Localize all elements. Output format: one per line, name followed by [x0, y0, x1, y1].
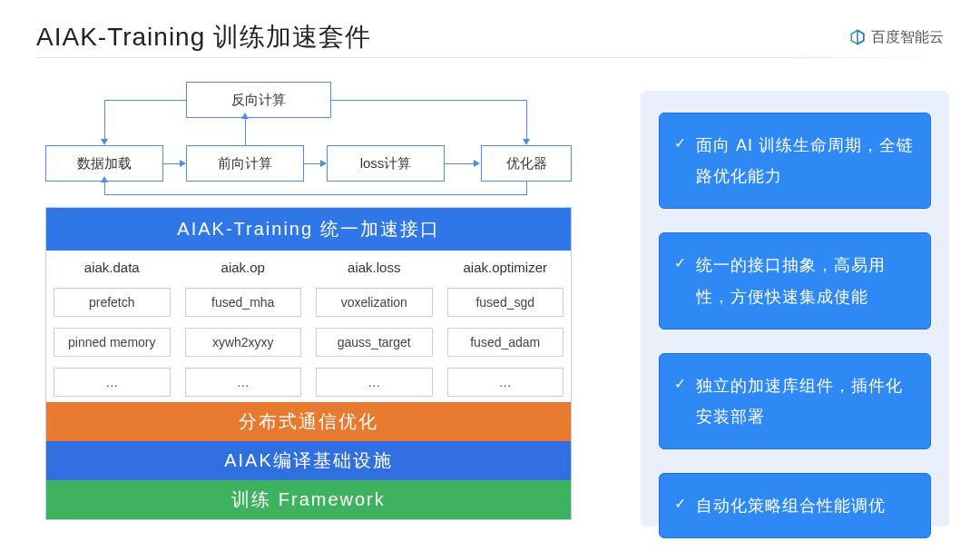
hexagon-icon: [849, 29, 866, 45]
stack-col-head: aiak.loss: [309, 251, 440, 282]
stack-bar-framework: 训练 Framework: [46, 480, 571, 519]
stack-bar-distributed: 分布式通信优化: [46, 402, 571, 441]
stack-col-head: aiak.data: [46, 251, 178, 282]
flow-box-forward: 前向计算: [186, 145, 304, 182]
stack-container: AIAK-Training 统一加速接口 aiak.data aiak.op a…: [45, 207, 572, 520]
stack-cell: …: [54, 368, 171, 397]
stack-col-head: aiak.op: [178, 251, 309, 282]
stack-header: AIAK-Training 统一加速接口: [46, 208, 571, 251]
stack-cell: pinned memory: [54, 328, 171, 357]
feature-panel: 面向 AI 训练生命周期，全链路优化能力 统一的接口抽象，高易用性，方便快速集成…: [641, 91, 949, 526]
stack-grid: aiak.data aiak.op aiak.loss aiak.optimiz…: [46, 251, 571, 402]
brand-logo: 百度智能云: [849, 28, 944, 47]
flow-box-backward: 反向计算: [186, 82, 331, 118]
feature-card: 独立的加速库组件，插件化安装部署: [659, 353, 931, 449]
flow-box-loss: loss计算: [327, 145, 445, 182]
svg-marker-1: [858, 31, 864, 44]
stack-cell: gauss_target: [316, 328, 433, 357]
stack-cell: fused_sgd: [447, 288, 564, 317]
stack-cell: fused_mha: [185, 288, 302, 317]
stack-bar-compiler: AIAK编译基础设施: [46, 441, 571, 480]
brand-text: 百度智能云: [871, 28, 944, 47]
stack-cell: …: [316, 368, 433, 397]
stack-cell: fused_adam: [447, 328, 564, 357]
stack-cell: voxelization: [316, 288, 433, 317]
stack-cell: …: [185, 368, 302, 397]
stack-col-head: aiak.optimizer: [440, 251, 572, 282]
flow-box-optimizer: 优化器: [481, 145, 572, 182]
feature-card: 自动化策略组合性能调优: [659, 473, 931, 538]
stack-cell: xywh2xyxy: [185, 328, 302, 357]
stack-cell: prefetch: [54, 288, 171, 317]
stack-cell: …: [447, 368, 564, 397]
feature-card: 统一的接口抽象，高易用性，方便快速集成使能: [659, 232, 931, 329]
page-title: AIAK-Training 训练加速套件: [36, 20, 371, 54]
feature-card: 面向 AI 训练生命周期，全链路优化能力: [659, 113, 931, 209]
